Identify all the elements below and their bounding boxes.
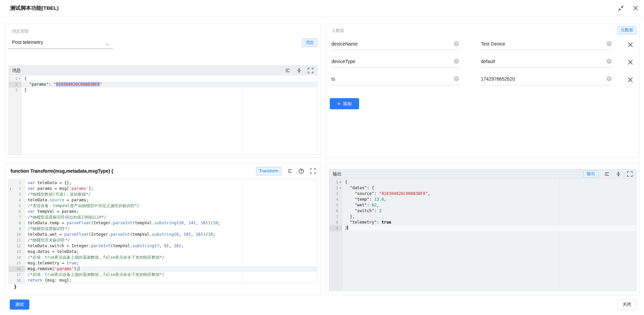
close-button[interactable]: 关闭	[617, 299, 636, 310]
transform-code-area[interactable]: 1var teleData = {};i2var params = msg['p…	[9, 179, 317, 283]
line-number: 2▾	[329, 185, 342, 191]
message-editor: 消息 1▾{2 "params": "010304026C00883BF0"3}	[8, 65, 317, 155]
collapse-lines-icon[interactable]	[615, 171, 621, 177]
metadata-value-input[interactable]	[481, 39, 612, 50]
line-number: 4	[9, 197, 25, 203]
metadata-value-input[interactable]	[481, 56, 612, 68]
line-number: 15	[9, 260, 25, 266]
line-number: 9	[329, 225, 342, 231]
line-number: 11	[9, 237, 25, 243]
line-number: 13	[9, 249, 25, 255]
line-number: 7	[9, 214, 25, 220]
code-line: i2var params = msg['params'];	[9, 186, 317, 192]
code-line: 12teleData.switch = Integer.parseInt(tem…	[9, 243, 317, 249]
clear-icon[interactable]: ✕	[454, 59, 459, 64]
output-panel: 输出 输出 1▾{2▾ "datas": {3 "source": "01030…	[325, 163, 640, 295]
metadata-value-field: ✕	[481, 74, 612, 85]
dialog-actions	[617, 4, 639, 12]
plus-icon: +	[337, 101, 340, 107]
metadata-value-input[interactable]	[481, 74, 612, 85]
metadata-key-input[interactable]	[331, 56, 460, 68]
code-line: 4teleData.source = params;	[9, 197, 317, 203]
text-cursor	[79, 266, 80, 270]
fullscreen-icon[interactable]	[308, 67, 314, 74]
output-code-area[interactable]: 1▾{2▾ "datas": {3 "source": "010304026C0…	[329, 179, 636, 291]
line-number: 12	[9, 243, 25, 249]
delete-row-button[interactable]	[626, 58, 634, 66]
output-editor-header: 输出 输出	[329, 169, 636, 179]
message-editor-header: 消息	[9, 66, 317, 75]
add-metadata-button[interactable]: + 添加	[330, 98, 359, 109]
line-number: 3	[9, 192, 25, 197]
metadata-value-field: ✕	[481, 39, 612, 50]
line-number: 6	[9, 209, 25, 214]
transform-header: function Transform(msg,metadata,msgType)…	[5, 163, 321, 179]
message-type-select[interactable]: Post telemetry	[8, 37, 113, 49]
code-line: 6 "switch": 2	[329, 208, 636, 214]
message-type-label: 消息类型	[12, 29, 29, 34]
output-editor-title: 输出	[333, 171, 342, 177]
line-number: 5	[9, 203, 25, 209]
test-button[interactable]: 测试	[10, 299, 29, 310]
code-line: 18return {msg: msg};	[9, 278, 317, 283]
code-line: 9}	[329, 225, 636, 231]
metadata-key-field: ✕	[331, 56, 460, 68]
line-number: 9	[9, 226, 25, 232]
tidy-icon[interactable]	[285, 67, 291, 74]
transform-panel: function Transform(msg,metadata,msgType)…	[5, 163, 321, 295]
clear-icon[interactable]: ✕	[607, 59, 612, 64]
line-number: 3	[9, 87, 22, 93]
code-line: 9/*物模型湿度标识符*/	[9, 226, 317, 232]
message-editor-title: 消息	[12, 67, 21, 74]
clear-icon[interactable]: ✕	[607, 76, 612, 81]
code-line: 8 "telemetry": true	[329, 220, 636, 225]
code-line: 5/*直连设备：tempVal是产品物模型中所定义属性的标识符*/	[9, 203, 317, 209]
output-badge: 输出	[583, 170, 598, 178]
metadata-label: 元数据	[331, 28, 344, 34]
line-number: 10	[9, 232, 25, 237]
clear-icon[interactable]: ✕	[454, 76, 459, 81]
clear-icon[interactable]: ✕	[607, 41, 612, 46]
close-dialog-icon[interactable]	[632, 4, 639, 12]
transform-function-signature: function Transform(msg,metadata,msgType)…	[10, 168, 113, 174]
compress-dialog-icon[interactable]	[617, 4, 624, 12]
code-line: 2▾ "datas": {	[329, 185, 636, 191]
code-line: 1▾{	[329, 179, 636, 185]
metadata-row: ✕✕	[331, 39, 634, 50]
transform-closing-brace: }	[14, 284, 17, 289]
collapse-lines-icon[interactable]	[296, 67, 302, 74]
line-number: 8	[9, 220, 25, 226]
line-number: 4	[329, 197, 342, 202]
metadata-row: ✕✕	[331, 56, 634, 68]
line-number: 1▾	[9, 76, 22, 82]
code-line: 7/*物模型温度标识符得出的值136除以10*/	[9, 214, 317, 220]
delete-row-button[interactable]	[626, 76, 634, 83]
fullscreen-icon[interactable]	[627, 171, 633, 177]
code-line: 8teleData.temp = parseFloat(Integer.pars…	[9, 220, 317, 226]
line-number: 2	[9, 82, 22, 87]
clear-icon[interactable]: ✕	[454, 41, 459, 46]
line-number: 5	[329, 202, 342, 208]
code-line: 13msg.datas = teleData;	[9, 249, 317, 255]
tidy-icon[interactable]	[604, 171, 610, 177]
code-line: 15msg.telemetry = true;	[9, 260, 317, 266]
metadata-key-field: ✕	[331, 74, 460, 85]
tidy-icon[interactable]	[287, 168, 293, 174]
dialog-title: 测试脚本功能(TBEL)	[10, 5, 59, 12]
line-number: 7	[329, 214, 342, 220]
code-line: 3/*物模型数据(可选)：原始数据*/	[9, 192, 317, 197]
metadata-key-input[interactable]	[331, 74, 460, 85]
message-code-area[interactable]: 1▾{2 "params": "010304026C00883BF0"3}	[9, 75, 317, 155]
code-line: 10teleData.wet = parseFloat(Integer.pars…	[9, 232, 317, 237]
metadata-key-input[interactable]	[331, 39, 460, 50]
line-number: 1▾	[329, 179, 342, 185]
metadata-row: ✕✕	[331, 74, 634, 85]
transform-editor: 1var teleData = {};i2var params = msg['p…	[8, 179, 317, 284]
message-panel: 消息类型 Post telemetry 消息 消息 1▾{2 "params":…	[5, 24, 321, 158]
help-icon[interactable]	[298, 168, 304, 174]
dialog-header: 测试脚本功能(TBEL)	[0, 0, 644, 17]
code-line: 2 "params": "010304026C00883BF0"	[9, 82, 317, 87]
delete-row-button[interactable]	[626, 41, 634, 48]
code-line: 1▾{	[9, 76, 317, 82]
fullscreen-icon[interactable]	[310, 168, 316, 174]
